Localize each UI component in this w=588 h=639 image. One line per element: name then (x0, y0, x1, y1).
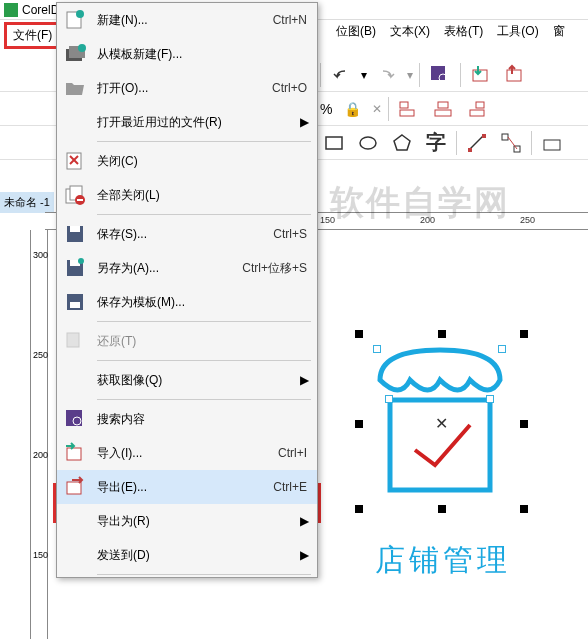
menu-text[interactable]: 文本(X) (384, 21, 436, 42)
undo-button[interactable] (327, 61, 355, 89)
svg-rect-16 (502, 134, 508, 140)
menu-shortcut: Ctrl+O (272, 81, 307, 95)
node-handle[interactable] (498, 345, 506, 353)
svg-point-22 (76, 10, 84, 18)
blank-icon (63, 110, 87, 134)
ruler-tick: 150 (320, 215, 335, 225)
svg-point-11 (360, 137, 376, 149)
menu-save[interactable]: 保存(S)... Ctrl+S (57, 217, 317, 251)
connector-tool[interactable] (497, 129, 525, 157)
separator (419, 63, 420, 87)
document-tab[interactable]: 未命名 -1 (0, 192, 54, 213)
menu-new-from-template[interactable]: 从模板新建(F)... (57, 37, 317, 71)
polygon-tool[interactable] (388, 129, 416, 157)
dimension-tool[interactable] (463, 129, 491, 157)
vertical-ruler: 300 250 200 150 (30, 230, 48, 639)
align-left-button[interactable] (395, 95, 423, 123)
selection-handle[interactable] (355, 330, 363, 338)
menu-search-content[interactable]: 搜索内容 (57, 402, 317, 436)
menu-divider (97, 574, 311, 575)
menu-acquire-image[interactable]: 获取图像(Q) ▶ (57, 363, 317, 397)
selection-handle[interactable] (355, 420, 363, 428)
menu-label: 打开(O)... (97, 80, 272, 97)
node-handle[interactable] (385, 395, 393, 403)
selection-handle[interactable] (355, 505, 363, 513)
selection-center-icon[interactable]: ✕ (435, 414, 448, 433)
svg-rect-9 (470, 110, 484, 116)
node-handle[interactable] (486, 395, 494, 403)
selection-handle[interactable] (438, 330, 446, 338)
menu-save-template[interactable]: 保存为模板(M)... (57, 285, 317, 319)
svg-rect-40 (67, 333, 79, 347)
menu-close[interactable]: 关闭(C) (57, 144, 317, 178)
redo-button[interactable] (373, 61, 401, 89)
file-menu-dropdown: 新建(N)... Ctrl+N 从模板新建(F)... 打开(O)... Ctr… (56, 2, 318, 578)
menu-divider (97, 399, 311, 400)
separator (388, 97, 389, 121)
menu-label: 关闭(C) (97, 153, 307, 170)
close-doc-icon (63, 149, 87, 173)
separator (460, 63, 461, 87)
menu-bitmap[interactable]: 位图(B) (330, 21, 382, 42)
selection-handle[interactable] (520, 420, 528, 428)
svg-rect-8 (476, 102, 484, 108)
ruler-tick: 200 (420, 215, 435, 225)
menu-tools[interactable]: 工具(O) (491, 21, 544, 42)
menu-send-to[interactable]: 发送到(D) ▶ (57, 538, 317, 572)
menu-close-all[interactable]: 全部关闭(L) (57, 178, 317, 212)
submenu-arrow-icon: ▶ (300, 514, 309, 528)
svg-rect-19 (544, 140, 560, 150)
shop-label-text[interactable]: 店铺管理 (375, 540, 511, 581)
import-button[interactable] (467, 61, 495, 89)
svg-marker-12 (394, 135, 410, 150)
selection-handle[interactable] (520, 505, 528, 513)
save-as-icon (63, 256, 87, 280)
ruler-tick: 250 (33, 350, 48, 360)
ruler-tick: 250 (520, 215, 535, 225)
export-button[interactable] (501, 61, 529, 89)
menu-label: 另存为(A)... (97, 260, 242, 277)
menu-label: 还原(T) (97, 333, 307, 350)
rectangle-tool[interactable] (320, 129, 348, 157)
menu-divider (97, 214, 311, 215)
menu-open[interactable]: 打开(O)... Ctrl+O (57, 71, 317, 105)
menu-file-highlighted[interactable]: 文件(F) (4, 22, 61, 49)
redo-dropdown-icon[interactable]: ▾ (407, 68, 413, 82)
undo-dropdown-icon[interactable]: ▾ (361, 68, 367, 82)
menu-label: 获取图像(Q) (97, 372, 307, 389)
menu-open-recent[interactable]: 打开最近用过的文件(R) ▶ (57, 105, 317, 139)
menu-shortcut: Ctrl+I (278, 446, 307, 460)
menu-export[interactable]: 导出(E)... Ctrl+E (57, 470, 317, 504)
svg-rect-14 (468, 148, 472, 152)
menu-export-as[interactable]: 导出为(R) ▶ (57, 504, 317, 538)
ellipse-tool[interactable] (354, 129, 382, 157)
menu-revert[interactable]: 还原(T) (57, 324, 317, 358)
selection-handle[interactable] (520, 330, 528, 338)
menu-import[interactable]: 导入(I)... Ctrl+I (57, 436, 317, 470)
menu-new[interactable]: 新建(N)... Ctrl+N (57, 3, 317, 37)
menu-divider (97, 321, 311, 322)
submenu-arrow-icon: ▶ (300, 548, 309, 562)
selection-handle[interactable] (438, 505, 446, 513)
align-center-button[interactable] (429, 95, 457, 123)
svg-rect-7 (435, 110, 451, 116)
search-content-button[interactable] (426, 61, 454, 89)
effects-tool[interactable] (538, 129, 566, 157)
node-handle[interactable] (373, 345, 381, 353)
menu-label: 保存为模板(M)... (97, 294, 307, 311)
ruler-tick: 200 (33, 450, 48, 460)
text-tool[interactable]: 字 (422, 129, 450, 157)
search-icon (63, 407, 87, 431)
menu-divider (97, 360, 311, 361)
ruler-tick: 300 (33, 250, 48, 260)
menu-label: 导出(E)... (97, 479, 273, 496)
lock-icon[interactable]: 🔒 (338, 95, 366, 123)
menu-label: 导入(I)... (97, 445, 278, 462)
app-title: CorelD (22, 3, 59, 17)
menu-window[interactable]: 窗 (547, 21, 571, 42)
align-right-button[interactable] (463, 95, 491, 123)
svg-line-13 (469, 135, 484, 150)
svg-rect-5 (400, 110, 414, 116)
menu-table[interactable]: 表格(T) (438, 21, 489, 42)
menu-save-as[interactable]: 另存为(A)... Ctrl+位移+S (57, 251, 317, 285)
